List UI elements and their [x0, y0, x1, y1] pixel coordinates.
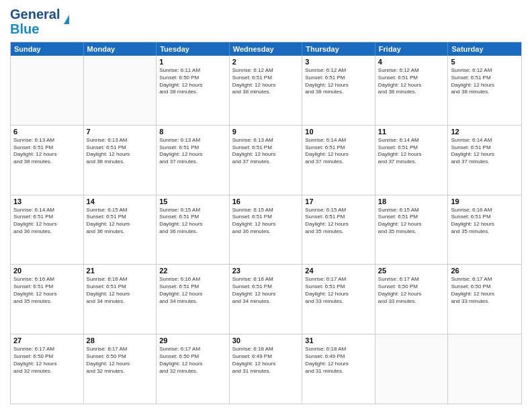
day-info: Sunrise: 6:16 AM Sunset: 6:51 PM Dayligh… — [451, 207, 519, 236]
day-number: 28 — [87, 336, 154, 345]
page: General Blue SundayMondayTuesdayWednesda… — [0, 0, 532, 411]
calendar-cell: 15Sunrise: 6:15 AM Sunset: 6:51 PM Dayli… — [157, 195, 230, 265]
calendar-cell: 10Sunrise: 6:14 AM Sunset: 6:51 PM Dayli… — [302, 126, 375, 195]
day-number: 4 — [378, 58, 445, 66]
day-info: Sunrise: 6:16 AM Sunset: 6:51 PM Dayligh… — [232, 276, 300, 305]
calendar-cell: 18Sunrise: 6:15 AM Sunset: 6:51 PM Dayli… — [375, 195, 449, 265]
day-info: Sunrise: 6:15 AM Sunset: 6:51 PM Dayligh… — [87, 207, 154, 236]
calendar-cell: 17Sunrise: 6:15 AM Sunset: 6:51 PM Dayli… — [302, 195, 375, 265]
day-info: Sunrise: 6:17 AM Sunset: 6:50 PM Dayligh… — [451, 276, 519, 305]
calendar-cell: 31Sunrise: 6:18 AM Sunset: 6:49 PM Dayli… — [302, 334, 375, 404]
day-info: Sunrise: 6:12 AM Sunset: 6:51 PM Dayligh… — [378, 67, 445, 96]
day-info: Sunrise: 6:14 AM Sunset: 6:51 PM Dayligh… — [378, 137, 445, 166]
day-info: Sunrise: 6:13 AM Sunset: 6:51 PM Dayligh… — [13, 137, 81, 166]
day-number: 13 — [13, 197, 81, 205]
calendar-cell — [448, 334, 521, 404]
header-day-monday: Monday — [84, 42, 157, 56]
day-info: Sunrise: 6:13 AM Sunset: 6:51 PM Dayligh… — [232, 137, 300, 166]
calendar-cell: 3Sunrise: 6:12 AM Sunset: 6:51 PM Daylig… — [302, 56, 375, 125]
day-number: 10 — [305, 128, 372, 136]
day-number: 5 — [451, 58, 519, 66]
day-number: 25 — [378, 267, 445, 275]
day-info: Sunrise: 6:18 AM Sunset: 6:49 PM Dayligh… — [232, 346, 300, 375]
day-number: 22 — [159, 267, 226, 275]
calendar-cell: 2Sunrise: 6:12 AM Sunset: 6:51 PM Daylig… — [230, 56, 303, 125]
day-number: 20 — [13, 267, 81, 275]
day-info: Sunrise: 6:17 AM Sunset: 6:50 PM Dayligh… — [159, 346, 226, 375]
day-info: Sunrise: 6:12 AM Sunset: 6:51 PM Dayligh… — [451, 67, 519, 96]
calendar-cell: 27Sunrise: 6:17 AM Sunset: 6:50 PM Dayli… — [11, 334, 84, 404]
header-day-wednesday: Wednesday — [230, 42, 303, 56]
header-day-saturday: Saturday — [448, 42, 521, 56]
day-number: 6 — [13, 128, 81, 136]
day-number: 1 — [159, 58, 226, 66]
calendar-cell: 30Sunrise: 6:18 AM Sunset: 6:49 PM Dayli… — [230, 334, 303, 404]
day-number: 3 — [305, 58, 372, 66]
day-number: 26 — [451, 267, 519, 275]
day-info: Sunrise: 6:15 AM Sunset: 6:51 PM Dayligh… — [378, 207, 445, 236]
calendar-cell: 26Sunrise: 6:17 AM Sunset: 6:50 PM Dayli… — [448, 265, 521, 334]
day-info: Sunrise: 6:16 AM Sunset: 6:51 PM Dayligh… — [159, 276, 226, 305]
calendar-header: SundayMondayTuesdayWednesdayThursdayFrid… — [11, 42, 521, 56]
day-number: 16 — [232, 197, 300, 205]
calendar-cell: 9Sunrise: 6:13 AM Sunset: 6:51 PM Daylig… — [230, 126, 303, 195]
calendar-cell: 14Sunrise: 6:15 AM Sunset: 6:51 PM Dayli… — [84, 195, 157, 265]
day-info: Sunrise: 6:17 AM Sunset: 6:50 PM Dayligh… — [13, 346, 81, 375]
calendar-week-2: 6Sunrise: 6:13 AM Sunset: 6:51 PM Daylig… — [11, 126, 521, 195]
day-number: 21 — [87, 267, 154, 275]
day-number: 2 — [232, 58, 300, 66]
day-info: Sunrise: 6:13 AM Sunset: 6:51 PM Dayligh… — [87, 137, 154, 166]
calendar-cell: 21Sunrise: 6:16 AM Sunset: 6:51 PM Dayli… — [84, 265, 157, 334]
header-day-thursday: Thursday — [302, 42, 375, 56]
calendar-cell: 8Sunrise: 6:13 AM Sunset: 6:51 PM Daylig… — [157, 126, 230, 195]
day-info: Sunrise: 6:17 AM Sunset: 6:50 PM Dayligh… — [378, 276, 445, 305]
day-info: Sunrise: 6:16 AM Sunset: 6:51 PM Dayligh… — [13, 276, 81, 305]
calendar-cell: 4Sunrise: 6:12 AM Sunset: 6:51 PM Daylig… — [375, 56, 449, 125]
day-number: 7 — [87, 128, 154, 136]
logo-triangle-container — [62, 15, 69, 26]
calendar-week-3: 13Sunrise: 6:14 AM Sunset: 6:51 PM Dayli… — [11, 195, 521, 265]
calendar-cell: 11Sunrise: 6:14 AM Sunset: 6:51 PM Dayli… — [375, 126, 449, 195]
logo-blue: Blue — [10, 21, 39, 36]
day-info: Sunrise: 6:17 AM Sunset: 6:51 PM Dayligh… — [305, 276, 372, 305]
day-number: 8 — [159, 128, 226, 136]
calendar-week-5: 27Sunrise: 6:17 AM Sunset: 6:50 PM Dayli… — [11, 334, 521, 404]
header-day-friday: Friday — [375, 42, 449, 56]
day-info: Sunrise: 6:18 AM Sunset: 6:49 PM Dayligh… — [305, 346, 372, 375]
calendar-week-4: 20Sunrise: 6:16 AM Sunset: 6:51 PM Dayli… — [11, 265, 521, 334]
calendar-cell: 1Sunrise: 6:11 AM Sunset: 6:50 PM Daylig… — [157, 56, 230, 125]
calendar-cell — [84, 56, 157, 125]
calendar-cell: 13Sunrise: 6:14 AM Sunset: 6:51 PM Dayli… — [11, 195, 84, 265]
logo: General Blue — [10, 7, 69, 36]
day-info: Sunrise: 6:15 AM Sunset: 6:51 PM Dayligh… — [305, 207, 372, 236]
day-info: Sunrise: 6:14 AM Sunset: 6:51 PM Dayligh… — [305, 137, 372, 166]
day-number: 14 — [87, 197, 154, 205]
day-number: 24 — [305, 267, 372, 275]
day-number: 18 — [378, 197, 445, 205]
logo-general: General — [10, 7, 60, 21]
calendar-cell — [11, 56, 84, 125]
day-number: 11 — [378, 128, 445, 136]
calendar-cell: 16Sunrise: 6:15 AM Sunset: 6:51 PM Dayli… — [230, 195, 303, 265]
calendar-cell: 23Sunrise: 6:16 AM Sunset: 6:51 PM Dayli… — [230, 265, 303, 334]
day-number: 23 — [232, 267, 300, 275]
calendar-week-1: 1Sunrise: 6:11 AM Sunset: 6:50 PM Daylig… — [11, 56, 521, 126]
calendar-body: 1Sunrise: 6:11 AM Sunset: 6:50 PM Daylig… — [11, 56, 521, 404]
calendar-cell: 19Sunrise: 6:16 AM Sunset: 6:51 PM Dayli… — [448, 195, 521, 265]
day-info: Sunrise: 6:14 AM Sunset: 6:51 PM Dayligh… — [13, 207, 81, 236]
day-number: 30 — [232, 336, 300, 345]
calendar-cell: 5Sunrise: 6:12 AM Sunset: 6:51 PM Daylig… — [448, 56, 521, 125]
day-number: 9 — [232, 128, 300, 136]
day-info: Sunrise: 6:17 AM Sunset: 6:50 PM Dayligh… — [87, 346, 154, 375]
day-info: Sunrise: 6:14 AM Sunset: 6:51 PM Dayligh… — [451, 137, 519, 166]
calendar-cell: 22Sunrise: 6:16 AM Sunset: 6:51 PM Dayli… — [157, 265, 230, 334]
calendar-cell: 6Sunrise: 6:13 AM Sunset: 6:51 PM Daylig… — [11, 126, 84, 195]
day-info: Sunrise: 6:13 AM Sunset: 6:51 PM Dayligh… — [159, 137, 226, 166]
calendar-cell: 12Sunrise: 6:14 AM Sunset: 6:51 PM Dayli… — [448, 126, 521, 195]
day-number: 27 — [13, 336, 81, 345]
day-info: Sunrise: 6:15 AM Sunset: 6:51 PM Dayligh… — [232, 207, 300, 236]
calendar-cell: 24Sunrise: 6:17 AM Sunset: 6:51 PM Dayli… — [302, 265, 375, 334]
day-info: Sunrise: 6:12 AM Sunset: 6:51 PM Dayligh… — [232, 67, 300, 96]
day-number: 12 — [451, 128, 519, 136]
header-day-sunday: Sunday — [11, 42, 84, 56]
